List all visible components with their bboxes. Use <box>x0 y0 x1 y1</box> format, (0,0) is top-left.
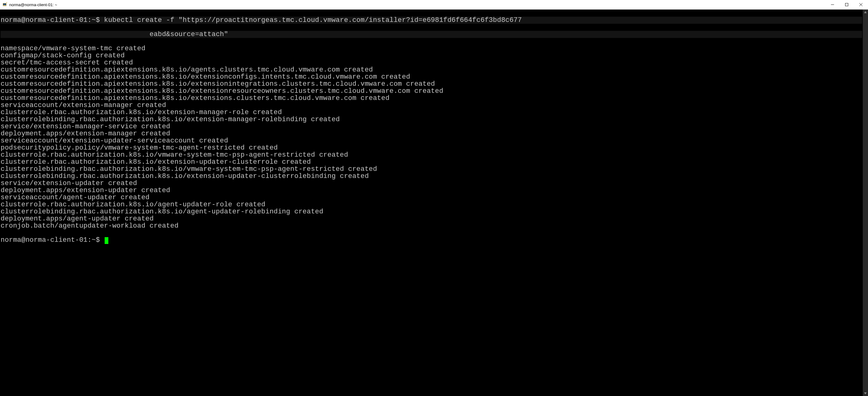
command-line-wrap: eabd&source=attach" <box>1 31 862 38</box>
terminal-output-line: serviceaccount/extension-manager created <box>1 102 862 109</box>
terminal-output-line: clusterrolebinding.rbac.authorization.k8… <box>1 166 862 173</box>
terminal-output-line: clusterrolebinding.rbac.authorization.k8… <box>1 173 862 180</box>
terminal-output-line: secret/tmc-access-secret created <box>1 59 862 66</box>
command-line: norma@norma-client-01:~$ kubectl create … <box>1 16 862 24</box>
svg-marker-7 <box>864 11 866 13</box>
terminal-output-line: clusterrole.rbac.authorization.k8s.io/vm… <box>1 152 862 159</box>
terminal-output-line: clusterrolebinding.rbac.authorization.k8… <box>1 208 862 215</box>
scroll-up-button[interactable] <box>863 9 868 15</box>
terminal-output-line: clusterrole.rbac.authorization.k8s.io/ex… <box>1 109 862 116</box>
terminal-area[interactable]: norma@norma-client-01:~$ kubectl create … <box>0 9 868 396</box>
titlebar[interactable]: norma@norma-client-01: ~ <box>0 0 868 9</box>
putty-icon <box>2 2 7 7</box>
vertical-scrollbar[interactable] <box>863 9 868 396</box>
scroll-down-button[interactable] <box>863 391 868 396</box>
terminal-output-line: customresourcedefinition.apiextensions.k… <box>1 95 862 102</box>
terminal-output-line: deployment.apps/extension-updater create… <box>1 187 862 194</box>
window-title: norma@norma-client-01: ~ <box>9 2 57 7</box>
terminal-cursor <box>105 237 108 244</box>
maximize-button[interactable] <box>840 0 854 9</box>
shell-prompt: norma@norma-client-01:~$ <box>1 236 104 244</box>
svg-rect-1 <box>3 4 6 5</box>
terminal-output-line: deployment.apps/agent-updater created <box>1 215 862 222</box>
terminal-output-line: customresourcedefinition.apiextensions.k… <box>1 73 862 80</box>
close-button[interactable] <box>854 0 868 9</box>
terminal-output[interactable]: norma@norma-client-01:~$ kubectl create … <box>0 9 863 396</box>
svg-rect-4 <box>845 3 848 6</box>
terminal-output-line: customresourcedefinition.apiextensions.k… <box>1 88 862 95</box>
prompt-line: norma@norma-client-01:~$ <box>1 236 862 244</box>
minimize-button[interactable] <box>826 0 840 9</box>
terminal-output-line: serviceaccount/extension-updater-service… <box>1 137 862 144</box>
terminal-output-line: podsecuritypolicy.policy/vmware-system-t… <box>1 144 862 152</box>
terminal-output-line: cronjob.batch/agentupdater-workload crea… <box>1 222 862 229</box>
svg-marker-8 <box>864 393 866 394</box>
terminal-output-line: clusterrolebinding.rbac.authorization.k8… <box>1 116 862 123</box>
terminal-output-line: service/extension-manager-service create… <box>1 123 862 130</box>
terminal-output-line: clusterrole.rbac.authorization.k8s.io/ex… <box>1 159 862 166</box>
terminal-output-line: customresourcedefinition.apiextensions.k… <box>1 80 862 88</box>
window-controls <box>826 0 868 9</box>
app-window: norma@norma-client-01: ~ norma@norma-cli… <box>0 0 868 396</box>
svg-line-2 <box>6 2 7 3</box>
terminal-output-line: deployment.apps/extension-manager create… <box>1 130 862 137</box>
terminal-output-line: serviceaccount/agent-updater created <box>1 194 862 201</box>
terminal-output-line: service/extension-updater created <box>1 180 862 187</box>
terminal-output-line: configmap/stack-config created <box>1 52 862 59</box>
terminal-output-line: customresourcedefinition.apiextensions.k… <box>1 66 862 73</box>
terminal-output-line: clusterrole.rbac.authorization.k8s.io/ag… <box>1 201 862 208</box>
terminal-output-line: namespace/vmware-system-tmc created <box>1 45 862 52</box>
